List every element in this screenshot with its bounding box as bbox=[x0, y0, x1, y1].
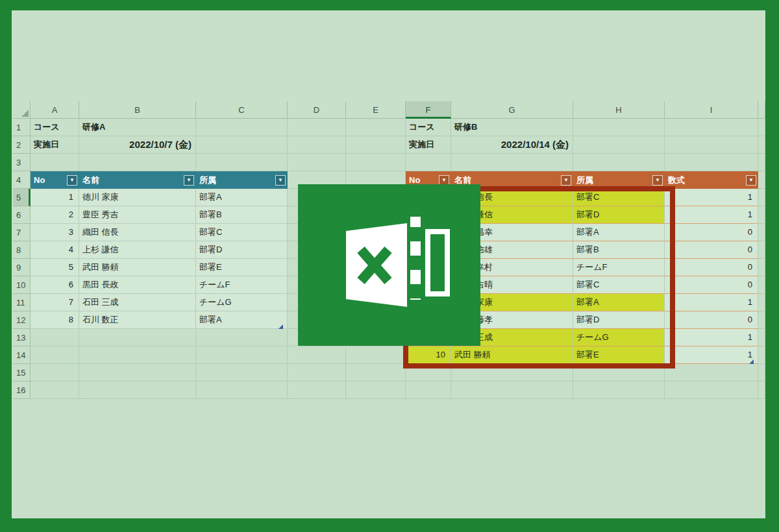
cell-I15[interactable] bbox=[665, 364, 758, 381]
cell-D16[interactable] bbox=[288, 381, 346, 399]
cell-D3[interactable] bbox=[288, 154, 346, 171]
cell-J6[interactable] bbox=[758, 206, 765, 224]
cell-C10[interactable]: チームF bbox=[196, 276, 288, 294]
column-header-B[interactable]: B bbox=[79, 101, 196, 119]
cell-A16[interactable] bbox=[31, 381, 79, 399]
cell-A7[interactable]: 3 bbox=[31, 224, 79, 241]
cell-F2[interactable]: 実施日 bbox=[406, 136, 451, 154]
cell-B5[interactable]: 徳川 家康 bbox=[79, 189, 196, 206]
row-header-13[interactable]: 13 bbox=[13, 329, 31, 346]
filter-button-I4[interactable]: ▼ bbox=[746, 175, 756, 186]
cell-B9[interactable]: 武田 勝頼 bbox=[79, 259, 196, 276]
cell-J15[interactable] bbox=[758, 364, 765, 381]
table-resize-handle-right[interactable] bbox=[749, 359, 754, 364]
cell-H2[interactable] bbox=[573, 136, 665, 154]
cell-B15[interactable] bbox=[79, 364, 196, 381]
cell-E3[interactable] bbox=[346, 154, 406, 171]
cell-A9[interactable]: 5 bbox=[31, 259, 79, 276]
cell-B2[interactable]: 2022/10/7 (金) bbox=[79, 136, 196, 154]
cell-H1[interactable] bbox=[573, 119, 665, 136]
cell-J11[interactable] bbox=[758, 294, 765, 311]
cell-C3[interactable] bbox=[196, 154, 288, 171]
cell-I3[interactable] bbox=[665, 154, 758, 171]
row-header-12[interactable]: 12 bbox=[13, 311, 31, 329]
cell-J13[interactable] bbox=[758, 329, 765, 346]
cell-C8[interactable]: 部署D bbox=[196, 241, 288, 259]
cell-I8[interactable]: 0 bbox=[665, 241, 758, 259]
column-header-F[interactable]: F bbox=[406, 101, 451, 119]
cell-B11[interactable]: 石田 三成 bbox=[79, 294, 196, 311]
cell-I10[interactable]: 0 bbox=[665, 276, 758, 294]
cell-C6[interactable]: 部署B bbox=[196, 206, 288, 224]
cell-A15[interactable] bbox=[31, 364, 79, 381]
filter-button-B4[interactable]: ▼ bbox=[184, 175, 194, 186]
row-header-5[interactable]: 5 bbox=[13, 189, 31, 206]
row-header-8[interactable]: 8 bbox=[13, 241, 31, 259]
cell-C7[interactable]: 部署C bbox=[196, 224, 288, 241]
row-header-1[interactable]: 1 bbox=[13, 119, 31, 136]
row-header-3[interactable]: 3 bbox=[13, 154, 31, 171]
row-header-15[interactable]: 15 bbox=[13, 364, 31, 381]
column-header-C[interactable]: C bbox=[196, 101, 288, 119]
cell-J4[interactable] bbox=[758, 171, 765, 189]
cell-C13[interactable] bbox=[196, 329, 288, 346]
cell-A14[interactable] bbox=[31, 346, 79, 364]
cell-E16[interactable] bbox=[346, 381, 406, 399]
cell-A10[interactable]: 6 bbox=[31, 276, 79, 294]
cell-J7[interactable] bbox=[758, 224, 765, 241]
table-resize-handle-left[interactable] bbox=[278, 324, 283, 329]
cell-B14[interactable] bbox=[79, 346, 196, 364]
row-header-2[interactable]: 2 bbox=[13, 136, 31, 154]
cell-J14[interactable] bbox=[758, 346, 765, 364]
cell-G16[interactable] bbox=[451, 381, 573, 399]
cell-E1[interactable] bbox=[346, 119, 406, 136]
cell-B1[interactable]: 研修A bbox=[79, 119, 196, 136]
cell-C1[interactable] bbox=[196, 119, 288, 136]
column-header-G[interactable]: G bbox=[451, 101, 573, 119]
row-header-4[interactable]: 4 bbox=[13, 171, 31, 189]
row-header-6[interactable]: 6 bbox=[13, 206, 31, 224]
cell-A4[interactable]: No▼ bbox=[31, 171, 79, 189]
cell-A1[interactable]: コース bbox=[31, 119, 79, 136]
cell-D15[interactable] bbox=[288, 364, 346, 381]
cell-I12[interactable]: 0 bbox=[665, 311, 758, 329]
filter-button-A4[interactable]: ▼ bbox=[67, 175, 77, 186]
cell-D14[interactable] bbox=[288, 346, 346, 364]
row-header-10[interactable]: 10 bbox=[13, 276, 31, 294]
cell-C9[interactable]: 部署E bbox=[196, 259, 288, 276]
cell-I11[interactable]: 1 bbox=[665, 294, 758, 311]
column-header-I[interactable]: I bbox=[665, 101, 758, 119]
cell-D2[interactable] bbox=[288, 136, 346, 154]
cell-A8[interactable]: 4 bbox=[31, 241, 79, 259]
cell-E15[interactable] bbox=[346, 364, 406, 381]
cell-C4[interactable]: 所属▼ bbox=[196, 171, 288, 189]
cell-B3[interactable] bbox=[79, 154, 196, 171]
cell-I2[interactable] bbox=[665, 136, 758, 154]
cell-J2[interactable] bbox=[758, 136, 765, 154]
cell-I9[interactable]: 0 bbox=[665, 259, 758, 276]
cell-E2[interactable] bbox=[346, 136, 406, 154]
cell-I14[interactable]: 1 bbox=[665, 346, 758, 364]
cell-C16[interactable] bbox=[196, 381, 288, 399]
cell-B6[interactable]: 豊臣 秀吉 bbox=[79, 206, 196, 224]
cell-B10[interactable]: 黒田 長政 bbox=[79, 276, 196, 294]
cell-J5[interactable] bbox=[758, 189, 765, 206]
column-header-A[interactable]: A bbox=[31, 101, 79, 119]
cell-B13[interactable] bbox=[79, 329, 196, 346]
cell-J8[interactable] bbox=[758, 241, 765, 259]
cell-A12[interactable]: 8 bbox=[31, 311, 79, 329]
cell-I6[interactable]: 1 bbox=[665, 206, 758, 224]
cell-F1[interactable]: コース bbox=[406, 119, 451, 136]
cell-I4[interactable]: 数式▼ bbox=[665, 171, 758, 189]
select-all-corner[interactable] bbox=[13, 101, 31, 119]
row-header-16[interactable]: 16 bbox=[13, 381, 31, 399]
filter-button-G4[interactable]: ▼ bbox=[561, 175, 571, 186]
cell-I5[interactable]: 1 bbox=[665, 189, 758, 206]
cell-B12[interactable]: 石川 数正 bbox=[79, 311, 196, 329]
cell-F3[interactable] bbox=[406, 154, 451, 171]
cell-F16[interactable] bbox=[406, 381, 451, 399]
row-header-9[interactable]: 9 bbox=[13, 259, 31, 276]
cell-A6[interactable]: 2 bbox=[31, 206, 79, 224]
cell-B4[interactable]: 名前▼ bbox=[79, 171, 196, 189]
cell-G3[interactable] bbox=[451, 154, 573, 171]
